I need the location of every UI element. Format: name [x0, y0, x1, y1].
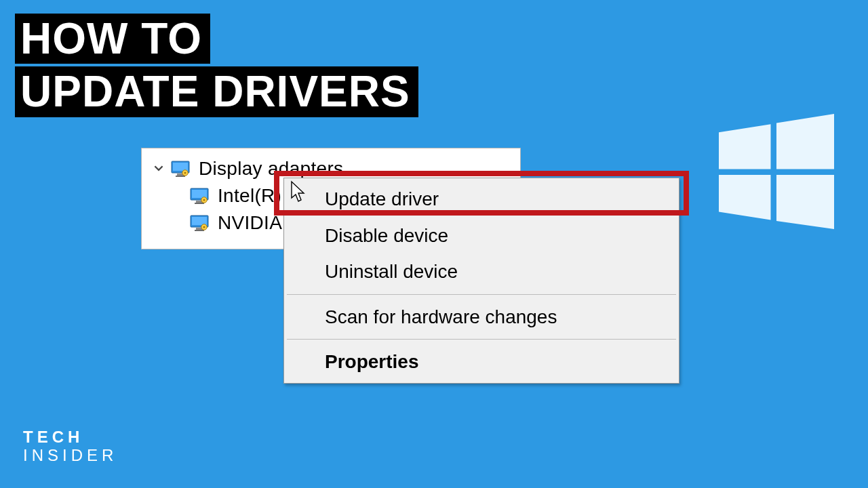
menu-item-uninstall-device[interactable]: Uninstall device — [285, 253, 677, 290]
svg-rect-13 — [195, 203, 204, 204]
svg-marker-3 — [776, 175, 834, 229]
display-adapter-icon — [189, 187, 210, 205]
brand-line-1: TECH — [23, 428, 117, 447]
svg-point-9 — [184, 171, 186, 174]
svg-rect-5 — [173, 163, 188, 171]
display-adapter-icon — [170, 160, 191, 178]
svg-marker-1 — [776, 114, 834, 169]
svg-marker-2 — [719, 175, 771, 220]
menu-item-scan-hardware[interactable]: Scan for hardware changes — [285, 299, 677, 336]
tree-node-label: Display adapters — [199, 158, 343, 180]
menu-item-label: Properties — [325, 351, 419, 372]
chevron-down-icon — [153, 163, 165, 173]
display-adapter-icon — [189, 214, 210, 232]
menu-item-label: Update driver — [325, 188, 439, 209]
brand-line-2: INSIDER — [23, 446, 117, 465]
brand-tech-insider: TECH INSIDER — [23, 428, 117, 465]
tree-node-label: NVIDIA — [218, 212, 282, 234]
svg-rect-7 — [176, 176, 185, 177]
video-title: HOW TO UPDATE DRIVERS — [15, 14, 418, 117]
svg-rect-19 — [195, 230, 204, 231]
menu-item-label: Uninstall device — [325, 261, 458, 282]
menu-item-properties[interactable]: Properties — [285, 344, 677, 380]
tree-node-label: Intel(R) — [218, 185, 281, 207]
menu-separator — [287, 294, 676, 295]
windows-logo-icon — [719, 114, 834, 229]
svg-rect-11 — [192, 190, 207, 198]
svg-point-21 — [203, 226, 205, 228]
svg-rect-17 — [192, 217, 207, 225]
menu-item-update-driver[interactable]: Update driver — [285, 181, 677, 218]
svg-point-15 — [203, 199, 205, 201]
title-line-1: HOW TO — [15, 14, 210, 64]
menu-separator — [287, 339, 676, 340]
menu-item-label: Disable device — [325, 225, 448, 246]
context-menu: Update driver Disable device Uninstall d… — [283, 178, 679, 384]
svg-marker-0 — [719, 124, 771, 169]
menu-item-label: Scan for hardware changes — [325, 306, 557, 327]
menu-item-disable-device[interactable]: Disable device — [285, 218, 677, 254]
title-line-2: UPDATE DRIVERS — [15, 66, 418, 117]
